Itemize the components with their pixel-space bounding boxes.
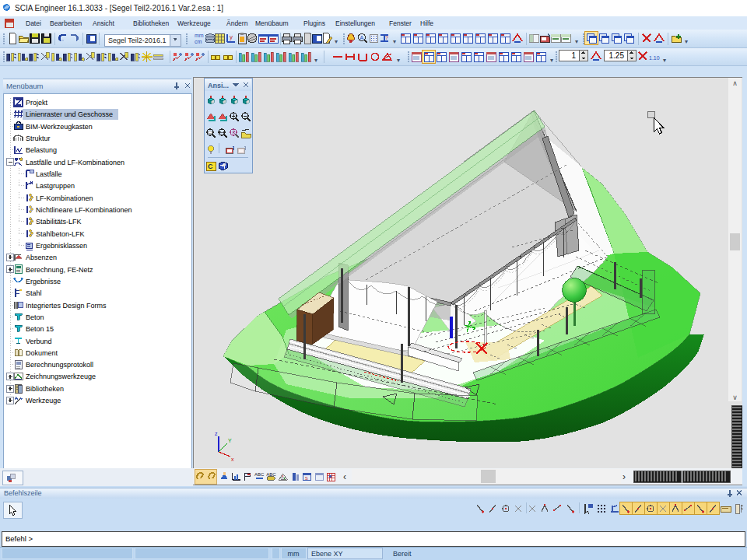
svg-text:▾: ▾ bbox=[393, 38, 396, 45]
svg-text:1.10: 1.10 bbox=[649, 55, 660, 61]
svg-text:mm: mm bbox=[195, 33, 204, 38]
svg-text:Bibliotheken: Bibliotheken bbox=[133, 19, 170, 27]
svg-text:▾: ▾ bbox=[314, 57, 317, 64]
svg-text:▾: ▾ bbox=[685, 38, 688, 45]
svg-text:Ergebnisklassen: Ergebnisklassen bbox=[36, 242, 87, 250]
svg-text:▾: ▾ bbox=[397, 57, 400, 64]
svg-text:Bearbeiten: Bearbeiten bbox=[50, 19, 82, 27]
svg-text:Lastfälle und LF-Kombinationen: Lastfälle und LF-Kombinationen bbox=[26, 159, 124, 166]
svg-text:∨: ∨ bbox=[732, 394, 738, 401]
svg-text:Berechnungsprotokoll: Berechnungsprotokoll bbox=[26, 361, 93, 369]
svg-text:Stahlbeton-LFK: Stahlbeton-LFK bbox=[36, 230, 85, 238]
svg-text:Hilfe: Hilfe bbox=[420, 19, 433, 27]
svg-text:Lastgruppen: Lastgruppen bbox=[36, 182, 75, 190]
svg-text:LF-Kombinationen: LF-Kombinationen bbox=[36, 194, 93, 202]
svg-text:›: › bbox=[622, 471, 626, 482]
svg-text:Ebene XY: Ebene XY bbox=[311, 550, 343, 558]
svg-text:Struktur: Struktur bbox=[26, 135, 51, 142]
svg-text:Menübaum: Menübaum bbox=[255, 19, 289, 27]
svg-text:Ändern: Ändern bbox=[226, 19, 248, 27]
svg-text:Integriertes Design Forms: Integriertes Design Forms bbox=[26, 302, 107, 310]
svg-text:▾: ▾ bbox=[575, 38, 578, 45]
svg-text:Werkzeuge: Werkzeuge bbox=[26, 397, 61, 404]
svg-text:1: 1 bbox=[571, 51, 576, 60]
svg-text:∧: ∧ bbox=[732, 79, 738, 87]
svg-text:C: C bbox=[208, 163, 213, 170]
svg-text:Ergebnisse: Ergebnisse bbox=[26, 278, 61, 285]
svg-text:Befehlszeile: Befehlszeile bbox=[4, 489, 42, 497]
svg-text:Menübaum: Menübaum bbox=[6, 82, 44, 90]
svg-text:Belastung: Belastung bbox=[26, 146, 57, 154]
svg-text:Befehl >: Befehl > bbox=[5, 534, 33, 543]
svg-text:SCIA Engineer 16.1.3033 - [Seg: SCIA Engineer 16.1.3033 - [Segel Teil2-2… bbox=[15, 4, 223, 12]
svg-text:Segel Teil2-2016.1: Segel Teil2-2016.1 bbox=[108, 37, 166, 44]
svg-text:Projekt: Projekt bbox=[26, 99, 48, 107]
svg-text:ABC: ABC bbox=[254, 472, 265, 477]
svg-text:Linienraster und Geschosse: Linienraster und Geschosse bbox=[26, 110, 113, 118]
svg-text:x: x bbox=[231, 457, 234, 462]
svg-text:Nichtlineare LF-Kombinationen: Nichtlineare LF-Kombinationen bbox=[36, 206, 132, 214]
svg-text:Einstellungen: Einstellungen bbox=[335, 19, 375, 27]
svg-text:A: A bbox=[360, 35, 364, 40]
svg-text:Bibliotheken: Bibliotheken bbox=[26, 385, 64, 393]
svg-text:▾: ▾ bbox=[663, 57, 666, 64]
svg-text:y: y bbox=[230, 33, 233, 40]
svg-text:cm: cm bbox=[195, 39, 202, 44]
svg-text:Fenster: Fenster bbox=[389, 19, 412, 27]
svg-text:Zeichnungswerkzeuge: Zeichnungswerkzeuge bbox=[26, 373, 96, 380]
svg-text:mm: mm bbox=[288, 550, 300, 558]
svg-text:Absenzen: Absenzen bbox=[26, 254, 57, 261]
svg-text:S: S bbox=[305, 476, 308, 481]
svg-text:z: z bbox=[215, 431, 218, 436]
svg-text:Bereit: Bereit bbox=[393, 550, 412, 558]
svg-text:Dokument: Dokument bbox=[26, 349, 58, 357]
svg-text:Plugins: Plugins bbox=[303, 19, 325, 27]
svg-text:Werkzeuge: Werkzeuge bbox=[177, 19, 211, 27]
svg-text:Ansicht: Ansicht bbox=[93, 19, 115, 27]
svg-text:Datei: Datei bbox=[26, 19, 41, 27]
svg-text:Beton: Beton bbox=[26, 313, 44, 321]
svg-text:Stabilitäts-LFK: Stabilitäts-LFK bbox=[36, 218, 82, 226]
svg-text:1.25: 1.25 bbox=[609, 51, 625, 60]
svg-text:Stahl: Stahl bbox=[26, 289, 42, 297]
svg-text:‹: ‹ bbox=[343, 471, 346, 482]
svg-text:▾: ▾ bbox=[335, 38, 338, 45]
svg-text:Verbund: Verbund bbox=[26, 338, 52, 345]
svg-text:BIM-Werkzeugkasten: BIM-Werkzeugkasten bbox=[26, 123, 93, 131]
svg-text:Ansi...: Ansi... bbox=[208, 82, 229, 89]
svg-text:Y: Y bbox=[228, 438, 232, 443]
svg-text:Berechnung, FE-Netz: Berechnung, FE-Netz bbox=[26, 266, 93, 274]
svg-text:Beton 15: Beton 15 bbox=[26, 325, 54, 333]
svg-text:Lastfälle: Lastfälle bbox=[36, 170, 62, 178]
svg-text:▾: ▾ bbox=[550, 57, 553, 64]
svg-text:?: ? bbox=[385, 35, 388, 40]
